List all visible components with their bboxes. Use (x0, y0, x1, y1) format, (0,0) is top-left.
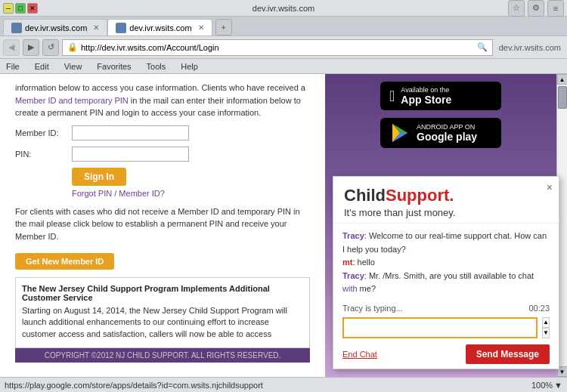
menu-bar: File Edit View Favorites Tools Help (0, 59, 567, 74)
google-play-text: ANDROID APP ON Google play (417, 123, 477, 143)
chat-brand: ChildSupport. (344, 186, 548, 205)
address-input[interactable] (81, 43, 474, 52)
chat-input[interactable] (342, 317, 538, 338)
tab-bar: dev.ivr.wsits.com ✕ dev.ivr.wsits.com ✕ … (0, 17, 567, 36)
end-chat-button[interactable]: End Chat (342, 350, 377, 359)
menu-favorites[interactable]: Favorites (94, 60, 134, 73)
left-panel: information below to access you case inf… (0, 74, 325, 377)
sign-in-area: Sign In Forgot PIN / Member ID? (15, 168, 310, 198)
zoom-level: 100% (531, 381, 553, 390)
menu-icon[interactable]: ≡ (547, 0, 564, 17)
forgot-link[interactable]: Forgot PIN / Member ID? (72, 189, 310, 198)
pin-row: PIN: (15, 147, 310, 162)
typing-indicator: Tracy is typing... (342, 304, 403, 313)
menu-tools[interactable]: Tools (144, 60, 169, 73)
tab-2[interactable]: dev.ivr.wsits.com ✕ (107, 19, 212, 35)
tab-1-label: dev.ivr.wsits.com (25, 23, 87, 32)
google-play-button[interactable]: ANDROID APP ON Google play (380, 118, 501, 148)
chat-typing-row: Tracy is typing... 00:23 (333, 302, 559, 314)
pin-input[interactable] (72, 147, 189, 162)
app-store-button[interactable]:  Available on the App Store (380, 82, 501, 110)
member-id-label: Member ID: (15, 128, 72, 137)
window-controls: ─ □ ✕ (3, 3, 38, 14)
chat-close-button[interactable]: × (547, 181, 553, 193)
lock-icon: 🔒 (67, 42, 78, 52)
address-bar[interactable]: 🔒 🔍 (62, 39, 493, 56)
close-button[interactable]: ✕ (27, 3, 38, 14)
app-store-line2: App Store (401, 94, 451, 106)
copyright-bar: COPYRIGHT ©2012 NJ CHILD SUPPORT. ALL RI… (15, 348, 310, 363)
chat-widget: × ChildSupport. It's more than just mone… (333, 176, 559, 369)
apple-icon:  (389, 88, 395, 105)
get-member-area: Get New Member ID (15, 248, 310, 270)
tab-1-close[interactable]: ✕ (93, 23, 99, 32)
settings-icon[interactable]: ⚙ (528, 0, 544, 17)
zoom-chevron[interactable]: ▼ (554, 381, 562, 390)
spinner-up-button[interactable]: ▲ (542, 317, 550, 328)
back-button[interactable]: ◀ (3, 39, 20, 56)
content-area: information below to access you case inf… (0, 74, 567, 377)
news-title: The New Jersey Child Support Program Imp… (22, 284, 303, 302)
status-url: https://play.google.com/store/apps/detai… (5, 381, 531, 390)
chat-input-row: ▲ ▼ (333, 314, 559, 344)
zoom-control: 100% ▼ (531, 381, 562, 390)
forward-button[interactable]: ▶ (23, 39, 39, 56)
highlight-text: Member ID and temporary PIN (15, 96, 129, 105)
chat-timer: 00:23 (528, 304, 550, 313)
forgot-text: For clients with cases who did not recei… (15, 205, 310, 243)
chat-message-2: mt: hello (342, 256, 550, 270)
tab-2-close[interactable]: ✕ (198, 23, 204, 32)
search-go-icon: 🔍 (477, 42, 488, 52)
favicon-1 (11, 23, 22, 33)
chat-tagline: It's more than just money. (344, 207, 548, 218)
sign-in-button[interactable]: Sign In (72, 168, 126, 186)
msg-3-text: Mr. /Mrs. Smith, are you still available… (342, 271, 534, 294)
msg-2-sender: mt (342, 258, 352, 267)
chat-brand-support: Support. (386, 186, 454, 205)
maximize-button[interactable]: □ (15, 3, 26, 14)
menu-file[interactable]: File (3, 60, 23, 73)
tab-2-label: dev.ivr.wsits.com (129, 23, 191, 32)
chat-brand-child: Child (344, 186, 386, 205)
msg-1-text: Welcome to our real-time support chat. H… (342, 231, 547, 254)
msg-1-sender: Tracy (342, 231, 364, 240)
address-display: dev.ivr.wsits.com (496, 43, 564, 52)
status-right: 100% ▼ (531, 381, 562, 390)
nav-bar: ◀ ▶ ↺ 🔒 🔍 dev.ivr.wsits.com (0, 36, 567, 59)
scroll-thumb[interactable] (558, 86, 567, 109)
app-store-line1: Available on the (401, 86, 451, 94)
news-body: Starting on August 14, 2014, the New Jer… (22, 305, 303, 341)
menu-edit[interactable]: Edit (32, 60, 52, 73)
send-message-button[interactable]: Send Message (466, 344, 550, 364)
menu-help[interactable]: Help (178, 60, 201, 73)
chat-message-3: Tracy: Mr. /Mrs. Smith, are you still av… (342, 270, 550, 296)
refresh-button[interactable]: ↺ (42, 39, 59, 56)
spinner-down-button[interactable]: ▼ (542, 328, 550, 338)
favicon-2 (116, 23, 126, 33)
chat-header: ChildSupport. It's more than just money. (333, 177, 559, 224)
member-id-input[interactable] (72, 125, 189, 140)
scroll-up-button[interactable]: ▲ (557, 74, 568, 85)
msg-3-sender: Tracy (342, 271, 364, 280)
app-store-text: Available on the App Store (401, 86, 451, 106)
browser-window: ─ □ ✕ dev.ivr.wsits.com ☆ ⚙ ≡ dev.ivr.ws… (0, 0, 567, 392)
tab-1[interactable]: dev.ivr.wsits.com ✕ (3, 19, 107, 35)
chat-actions: End Chat Send Message (333, 344, 559, 369)
msg-2-text: hello (358, 258, 375, 267)
title-bar: ─ □ ✕ dev.ivr.wsits.com ☆ ⚙ ≡ (0, 0, 567, 17)
status-bar: https://play.google.com/store/apps/detai… (0, 377, 567, 392)
minimize-button[interactable]: ─ (3, 3, 14, 14)
window-title: dev.ivr.wsits.com (253, 4, 314, 13)
get-member-button[interactable]: Get New Member ID (15, 253, 114, 270)
star-icon[interactable]: ☆ (508, 0, 525, 17)
news-box: The New Jersey Child Support Program Imp… (15, 277, 310, 348)
pin-label: PIN: (15, 150, 72, 159)
member-id-row: Member ID: (15, 125, 310, 140)
menu-view[interactable]: View (61, 60, 85, 73)
new-tab-button[interactable]: + (215, 19, 232, 35)
copyright-text: COPYRIGHT ©2012 NJ CHILD SUPPORT. ALL RI… (45, 351, 281, 360)
google-play-line1: ANDROID APP ON (417, 123, 477, 131)
intro-text: information below to access you case inf… (15, 82, 310, 119)
google-play-icon (389, 122, 411, 144)
chat-messages: Tracy: Welcome to our real-time support … (333, 224, 559, 302)
